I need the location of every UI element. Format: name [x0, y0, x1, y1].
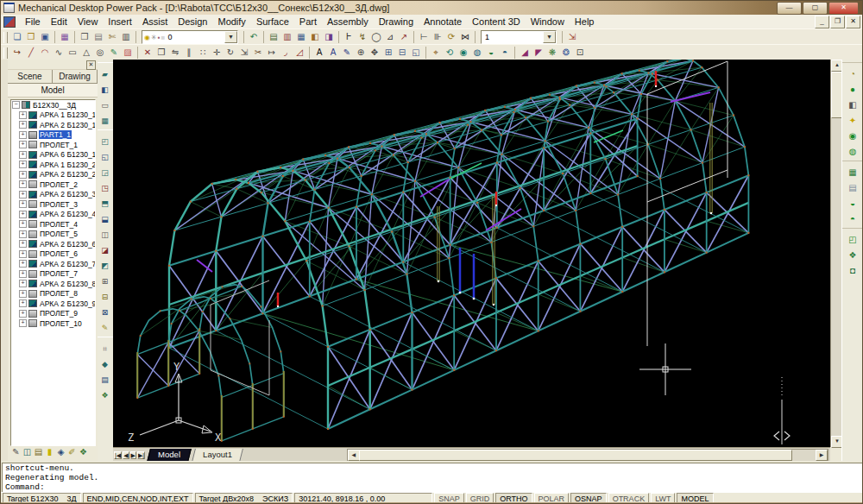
plot-preview-button[interactable]: ▦ — [58, 31, 72, 44]
pan-button[interactable]: ✥ — [368, 47, 381, 60]
open-file-button[interactable]: ❒ — [24, 31, 38, 44]
power-snap-2-button[interactable]: ⊪ — [431, 31, 444, 44]
filter-tree-button[interactable]: ◈ — [55, 446, 66, 459]
new-part-button[interactable]: ◰ — [98, 135, 112, 148]
tree-expander[interactable]: − — [12, 101, 20, 109]
dimension-profile-button[interactable]: ◲ — [98, 167, 112, 179]
tree-expander[interactable]: + — [19, 171, 27, 179]
tree-expander[interactable]: + — [19, 250, 27, 258]
tree-expander[interactable]: + — [19, 230, 27, 238]
polyline-button[interactable]: ↪ — [10, 47, 24, 60]
ucs-icon-toggle-button[interactable]: ⌖ — [429, 47, 443, 60]
tree-item[interactable]: +АРКА 2 Б1230_1 — [11, 120, 95, 130]
circle-button[interactable]: ◎ — [93, 47, 107, 60]
tree-expander[interactable]: + — [19, 260, 27, 268]
power-view-button[interactable]: ◢ — [518, 47, 532, 60]
browser-close-icon[interactable]: ✕ — [86, 60, 96, 70]
array-button[interactable]: ∷ — [196, 47, 210, 60]
tab-nav-next-button[interactable]: ▶ — [130, 451, 136, 459]
hole-feature-button[interactable]: ◫ — [98, 229, 112, 241]
tree-item[interactable]: +АРКА 2 Б1230_8 — [11, 279, 95, 289]
menu-assist[interactable]: Assist — [137, 16, 173, 28]
measure-distance-button[interactable]: ◆ — [98, 358, 112, 370]
tab-nav-last-button[interactable]: ▶| — [137, 451, 145, 459]
shade-view-button[interactable]: ◓ — [498, 47, 512, 60]
fog-button[interactable]: ▤ — [842, 182, 863, 194]
tree-expander[interactable]: + — [19, 270, 27, 278]
desktop-browser-mode-button[interactable]: ◫ — [22, 446, 33, 459]
menu-assembly[interactable]: Assembly — [322, 16, 374, 28]
tree-item[interactable]: +ПРОЛЕТ_8 — [11, 289, 95, 299]
tree-item[interactable]: +ПРОЛЕТ_2 — [11, 180, 95, 190]
menu-insert[interactable]: Insert — [103, 16, 137, 28]
materials-button[interactable]: ◉ — [842, 130, 863, 142]
copy-to-clipboard-button[interactable]: ❐ — [78, 31, 91, 44]
tab-nav-first-button[interactable]: |◀ — [114, 451, 122, 459]
copy-object-button[interactable]: ❐ — [154, 47, 168, 60]
menu-drawing[interactable]: Drawing — [374, 16, 419, 28]
arc-button[interactable]: ◠ — [38, 47, 52, 60]
print-button[interactable]: ▥ — [119, 31, 133, 44]
tab-model-layout[interactable]: Model — [147, 449, 192, 462]
tree-expander[interactable]: + — [19, 131, 27, 139]
zoom-window-button[interactable]: ⊞ — [381, 47, 395, 60]
single-line-text-button[interactable]: A — [312, 47, 326, 60]
tree-item[interactable]: +ПРОЛЕТ_9 — [11, 309, 95, 319]
tree-item[interactable]: +АРКА 2 Б1230_6 — [11, 239, 95, 249]
scenes-button[interactable]: ◧ — [842, 99, 863, 111]
leader-note-button[interactable]: ↗ — [397, 31, 411, 44]
fillet-button[interactable]: ◞ — [279, 47, 293, 60]
zoom-realtime-button[interactable]: ⊕ — [354, 47, 368, 60]
chamfer-feature-button[interactable]: ◩ — [98, 260, 112, 272]
tree-item[interactable]: +АРКА 6 Б1230_1 — [11, 150, 95, 161]
match-properties-button[interactable]: ✄ — [105, 31, 119, 44]
menu-annotate[interactable]: Annotate — [419, 16, 467, 28]
tree-item[interactable]: +ПРОЛЕТ_7 — [11, 269, 95, 280]
tree-expander[interactable]: + — [19, 319, 27, 327]
landscape-library-button[interactable]: ◰ — [842, 234, 863, 246]
toolbar-grip[interactable] — [3, 47, 8, 59]
tree-item[interactable]: +АРКА 2 Б1230_7 — [11, 259, 95, 269]
layer-manager-button[interactable]: ▤ — [267, 31, 280, 44]
folder-view-button[interactable]: ▤ — [33, 446, 44, 459]
dim-angle-button[interactable]: ⊿ — [383, 31, 397, 44]
spline-button[interactable]: ∿ — [52, 47, 66, 60]
rectangle-button[interactable]: ▭ — [66, 47, 79, 60]
tab-model[interactable]: Model — [8, 84, 98, 98]
drawing-layout-book-button[interactable]: ▦ — [98, 115, 112, 127]
revolve-feature-button[interactable]: ⬓ — [98, 213, 112, 225]
mdi-close-button[interactable]: ✕ — [846, 16, 860, 28]
work-plane-button[interactable]: ⊞ — [98, 275, 112, 287]
dim-align-button[interactable]: ↯ — [356, 31, 369, 44]
maximize-button[interactable]: ▢ — [803, 2, 828, 15]
menu-part[interactable]: Part — [294, 16, 322, 28]
power-dimension-button[interactable]: Ⱶ — [342, 31, 356, 44]
trash-bin-button[interactable]: ▮ — [44, 446, 55, 459]
tree-item[interactable]: +ПРОЛЕТ_5 — [11, 230, 95, 240]
tab-nav-prev-button[interactable]: ◀ — [123, 451, 129, 459]
mapping-button[interactable]: ◍ — [842, 146, 863, 158]
tree-item[interactable]: +ПРОЛЕТ_6 — [11, 249, 95, 260]
bom-database-button[interactable]: ▭ — [98, 99, 112, 111]
menu-content-3d[interactable]: Content 3D — [467, 16, 526, 28]
tree-expander[interactable]: + — [19, 240, 27, 248]
mdi-minimize-button[interactable]: _ — [815, 16, 829, 28]
dim-radius-button[interactable]: ◯ — [369, 31, 383, 44]
undo-button[interactable]: ↶ — [247, 31, 261, 44]
tree-item[interactable]: +ПРОЛЕТ_4 — [11, 219, 95, 230]
object-properties-button[interactable]: ◧ — [308, 31, 322, 44]
tree-root-item[interactable]: −Б12X30__3Д — [11, 100, 95, 110]
render-view-button[interactable]: ◒ — [484, 47, 498, 60]
power-snap-1-button[interactable]: ⊢ — [417, 31, 431, 44]
power-pack-button[interactable]: ⋈ — [458, 31, 472, 44]
highlight-part-button[interactable]: ✐ — [66, 446, 78, 459]
tree-item[interactable]: +АРКА 2 Б1230_9 — [11, 299, 95, 309]
multiline-text-button[interactable]: A — [326, 47, 340, 60]
edit-text-button[interactable]: ✎ — [340, 47, 354, 60]
assist-pencil-button[interactable]: ✎ — [10, 446, 22, 459]
toggle-shading-button[interactable]: ❖ — [98, 389, 112, 401]
tree-item[interactable]: +ПРОЛЕТ_3 — [11, 199, 95, 210]
mdi-restore-button[interactable]: ❐ — [830, 16, 845, 28]
tab-drawing[interactable]: Drawing — [53, 70, 98, 84]
resolve-sketch-button[interactable]: ◳ — [98, 182, 112, 194]
